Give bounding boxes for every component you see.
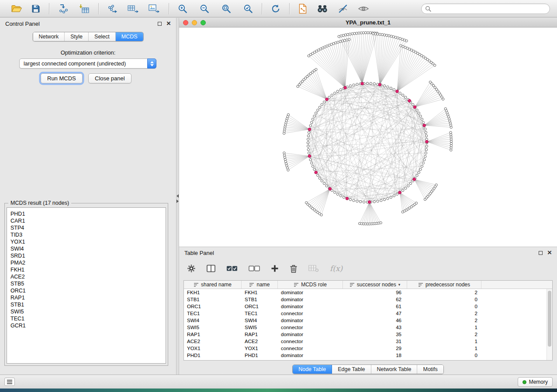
panel-splitter[interactable] bbox=[176, 18, 179, 375]
table-row[interactable]: FKH1FKH1dominator962 bbox=[184, 289, 552, 296]
cell-mcds-role[interactable]: dominator bbox=[278, 332, 343, 337]
birds-eye-view-button[interactable] bbox=[356, 4, 371, 13]
cell-name[interactable]: ORC1 bbox=[242, 304, 278, 309]
cell-mcds-role[interactable]: connector bbox=[278, 346, 343, 351]
mcds-result-item[interactable]: PMA2 bbox=[10, 259, 166, 266]
mcds-result-item[interactable]: TID3 bbox=[10, 231, 166, 238]
cell-shared-name[interactable]: ORC1 bbox=[184, 304, 242, 309]
mcds-result-item[interactable]: FKH1 bbox=[10, 266, 166, 273]
column-header-name[interactable]: name bbox=[242, 281, 278, 289]
refresh-view-button[interactable] bbox=[269, 3, 282, 14]
cell-successor-nodes[interactable]: 18 bbox=[343, 353, 407, 358]
table-row[interactable]: TEC1TEC1connector472 bbox=[184, 310, 552, 317]
column-header-predecessor-nodes[interactable]: predecessor nodes bbox=[407, 281, 481, 289]
table-row[interactable]: YOX1YOX1connector291 bbox=[184, 345, 552, 352]
cell-name[interactable]: STB1 bbox=[242, 297, 278, 302]
mcds-result-item[interactable]: RAP1 bbox=[10, 294, 166, 301]
tab-edge-table[interactable]: Edge Table bbox=[332, 365, 371, 374]
close-panel-icon[interactable]: × bbox=[166, 21, 171, 26]
close-panel-icon[interactable]: × bbox=[547, 251, 552, 255]
cell-predecessor-nodes[interactable]: 1 bbox=[407, 346, 481, 351]
delete-column-button[interactable] bbox=[288, 263, 299, 274]
tab-network[interactable]: Network bbox=[33, 32, 65, 41]
column-header-successor-nodes[interactable]: successor nodes▾ bbox=[343, 281, 407, 289]
mcds-result-item[interactable]: YOX1 bbox=[10, 238, 166, 245]
cell-successor-nodes[interactable]: 62 bbox=[343, 297, 407, 302]
add-column-button[interactable] bbox=[269, 264, 280, 273]
cell-mcds-role[interactable]: dominator bbox=[278, 290, 343, 295]
cell-successor-nodes[interactable]: 35 bbox=[343, 332, 407, 337]
cell-successor-nodes[interactable]: 29 bbox=[343, 346, 407, 351]
export-image-button[interactable] bbox=[147, 3, 162, 14]
mcds-result-item[interactable]: SRD1 bbox=[10, 252, 166, 259]
tab-select[interactable]: Select bbox=[89, 32, 116, 41]
cell-successor-nodes[interactable]: 31 bbox=[343, 339, 407, 344]
splitter-collapse-left-icon[interactable] bbox=[176, 194, 179, 198]
import-table-button[interactable] bbox=[76, 3, 91, 14]
cell-shared-name[interactable]: ACE2 bbox=[184, 339, 242, 344]
table-scrollbar[interactable] bbox=[547, 289, 552, 360]
run-mcds-button[interactable]: Run MCDS bbox=[41, 73, 83, 83]
zoom-fit-button[interactable] bbox=[220, 3, 233, 14]
cell-successor-nodes[interactable]: 96 bbox=[343, 290, 407, 295]
zoom-out-button[interactable] bbox=[198, 3, 211, 14]
cell-predecessor-nodes[interactable]: 1 bbox=[407, 325, 481, 330]
cell-name[interactable]: YOX1 bbox=[242, 346, 278, 351]
table-row[interactable]: SWI4SWI4dominator462 bbox=[184, 317, 552, 324]
toggle-column-layout-button[interactable] bbox=[205, 264, 217, 273]
cell-shared-name[interactable]: SWI4 bbox=[184, 318, 242, 323]
export-network-button[interactable] bbox=[106, 3, 120, 14]
cell-predecessor-nodes[interactable]: 1 bbox=[407, 339, 481, 344]
save-session-button[interactable] bbox=[30, 3, 42, 14]
network-canvas[interactable] bbox=[179, 28, 557, 247]
cell-shared-name[interactable]: FKH1 bbox=[184, 290, 242, 295]
cell-mcds-role[interactable]: connector bbox=[278, 311, 343, 316]
mcds-result-item[interactable]: PHD1 bbox=[10, 210, 166, 217]
select-all-button[interactable] bbox=[225, 264, 239, 273]
cell-successor-nodes[interactable]: 47 bbox=[343, 311, 407, 316]
hide-graphics-details-button[interactable] bbox=[336, 3, 350, 14]
cell-shared-name[interactable]: SWI5 bbox=[184, 325, 242, 330]
cell-successor-nodes[interactable]: 46 bbox=[343, 318, 407, 323]
cell-predecessor-nodes[interactable]: 2 bbox=[407, 311, 481, 316]
cell-predecessor-nodes[interactable]: 0 bbox=[407, 297, 481, 302]
cell-mcds-role[interactable]: connector bbox=[278, 325, 343, 330]
cell-predecessor-nodes[interactable]: 0 bbox=[407, 353, 481, 358]
cell-mcds-role[interactable]: connector bbox=[278, 339, 343, 344]
cell-shared-name[interactable]: TEC1 bbox=[184, 311, 242, 316]
share-document-button[interactable] bbox=[297, 3, 309, 15]
memory-button[interactable]: Memory bbox=[518, 377, 553, 387]
cell-mcds-role[interactable]: dominator bbox=[278, 297, 343, 302]
cell-mcds-role[interactable]: dominator bbox=[278, 353, 343, 358]
cell-name[interactable]: ACE2 bbox=[242, 339, 278, 344]
cell-predecessor-nodes[interactable]: 2 bbox=[407, 290, 481, 295]
task-history-button[interactable] bbox=[4, 378, 15, 386]
column-settings-button[interactable] bbox=[185, 263, 197, 274]
cell-name[interactable]: FKH1 bbox=[242, 290, 278, 295]
cell-name[interactable]: PHD1 bbox=[242, 353, 278, 358]
table-scrollbar-thumb[interactable] bbox=[548, 291, 551, 347]
zoom-selected-button[interactable] bbox=[242, 3, 255, 14]
tab-motifs[interactable]: Motifs bbox=[417, 365, 443, 374]
tab-node-table[interactable]: Node Table bbox=[293, 365, 332, 374]
cell-shared-name[interactable]: RAP1 bbox=[184, 332, 242, 337]
cell-predecessor-nodes[interactable]: 0 bbox=[407, 304, 481, 309]
mcds-result-item[interactable]: ACE2 bbox=[10, 273, 166, 280]
mcds-result-item[interactable]: SWI4 bbox=[10, 245, 166, 252]
mcds-result-item[interactable]: CAR1 bbox=[10, 217, 166, 224]
zoom-in-button[interactable] bbox=[176, 3, 189, 14]
mcds-result-item[interactable]: ORC1 bbox=[10, 287, 166, 294]
float-panel-icon[interactable] bbox=[539, 251, 543, 255]
cell-mcds-role[interactable]: dominator bbox=[278, 304, 343, 309]
cell-predecessor-nodes[interactable]: 2 bbox=[407, 332, 481, 337]
cell-name[interactable]: TEC1 bbox=[242, 311, 278, 316]
criterion-dropdown[interactable]: largest connected component (undirected) bbox=[19, 58, 156, 69]
table-row[interactable]: PHD1PHD1dominator180 bbox=[184, 352, 552, 359]
network-view-titlebar[interactable]: YPA_prune.txt_1 bbox=[179, 18, 557, 28]
table-row[interactable]: SWI5SWI5connector431 bbox=[184, 324, 552, 331]
cell-successor-nodes[interactable]: 43 bbox=[343, 325, 407, 330]
close-panel-button[interactable]: Close panel bbox=[88, 73, 131, 83]
cell-shared-name[interactable]: PHD1 bbox=[184, 353, 242, 358]
column-header-shared-name[interactable]: shared name bbox=[184, 281, 242, 289]
deselect-all-button[interactable] bbox=[247, 264, 262, 273]
